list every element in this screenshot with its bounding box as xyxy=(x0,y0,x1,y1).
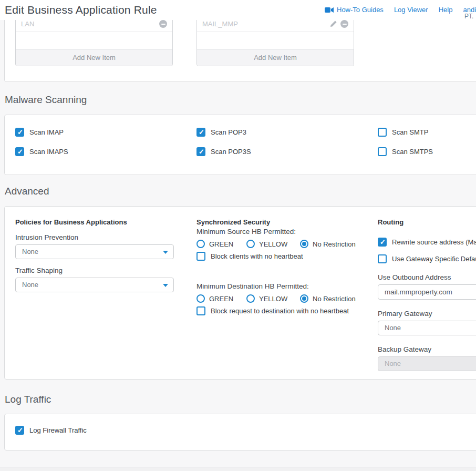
scan-pop3s-checkbox[interactable] xyxy=(196,147,205,156)
min-destination-hb-radio-group: GREEN YELLOW No Restriction xyxy=(196,294,372,303)
scan-imap-checkbox-row[interactable]: Scan IMAP xyxy=(15,128,196,137)
synchronized-security-column: Synchronized Security Minimum Source HB … xyxy=(196,218,372,315)
source-hb-norestriction-radio-row[interactable]: No Restriction xyxy=(300,240,356,248)
log-viewer-label: Log Viewer xyxy=(394,6,428,14)
primary-gateway-label: Primary Gateway xyxy=(378,310,476,318)
block-destination-checkbox-row[interactable]: Block request to destination with no hea… xyxy=(196,306,372,315)
scan-smtps-checkbox[interactable] xyxy=(378,147,387,156)
min-destination-hb-label: Minimum Destination HB Permitted: xyxy=(196,282,372,290)
scan-pop3s-checkbox-row[interactable]: Scan POP3S xyxy=(196,147,378,156)
scan-pop3-checkbox-row[interactable]: Scan POP3 xyxy=(196,128,378,137)
dest-hb-green-radio-row[interactable]: GREEN xyxy=(196,294,246,303)
source-zone-item-label: LAN xyxy=(21,20,159,28)
primary-gateway-value: None xyxy=(378,321,476,335)
block-clients-checkbox-row[interactable]: Block clients with no heartbeat xyxy=(196,252,372,261)
scan-smtp-checkbox-row[interactable]: Scan SMTP xyxy=(378,128,476,137)
scan-imaps-checkbox-row[interactable]: Scan IMAPS xyxy=(15,147,196,156)
edit-pencil-icon[interactable] xyxy=(329,20,337,28)
outbound-address-input[interactable] xyxy=(378,284,476,300)
log-traffic-heading: Log Traffic xyxy=(5,394,51,405)
block-destination-checkbox[interactable] xyxy=(196,306,205,315)
topbar-links: How-To Guides Log Viewer Help andik xyxy=(325,6,476,14)
scan-smtp-checkbox[interactable] xyxy=(378,128,387,137)
help-label: Help xyxy=(439,6,453,14)
malware-scanning-heading: Malware Scanning xyxy=(5,94,87,106)
source-add-new-item-button[interactable]: Add New Item xyxy=(16,49,172,66)
scan-imaps-checkbox[interactable] xyxy=(15,147,24,156)
page-title: Edit Business Application Rule xyxy=(5,4,157,16)
dest-hb-yellow-radio-row[interactable]: YELLOW xyxy=(246,294,300,303)
how-to-guides-link[interactable]: How-To Guides xyxy=(325,6,384,14)
gateway-specific-label: Use Gateway Specific Default NAT Policy xyxy=(392,255,476,263)
user-company-label: PT. xyxy=(464,13,473,20)
rewrite-source-checkbox-row[interactable]: Rewrite source address (Masquerading) xyxy=(378,238,476,247)
log-viewer-link[interactable]: Log Viewer xyxy=(394,6,428,14)
destination-hosts-listbox: MAIL_MMP Add New Item xyxy=(196,16,354,66)
advanced-card: Policies for Business Applications Intru… xyxy=(4,206,476,380)
footer-divider xyxy=(0,467,476,471)
scan-imap-checkbox[interactable] xyxy=(15,128,24,137)
use-outbound-address-label: Use Outbound Address xyxy=(378,273,476,281)
source-list-empty-area xyxy=(16,32,172,49)
edit-business-application-rule-page: { "header": { "title": "Edit Business Ap… xyxy=(0,0,476,471)
block-clients-label: Block clients with no heartbeat xyxy=(211,252,303,260)
backup-gateway-select: None xyxy=(378,356,476,371)
routing-column: Routing Rewrite source address (Masquera… xyxy=(378,218,476,371)
dest-hb-green-radio[interactable] xyxy=(196,294,205,303)
scan-imaps-label: Scan IMAPS xyxy=(29,148,68,156)
backup-gateway-label: Backup Gateway xyxy=(378,345,476,353)
dest-hb-norestriction-label: No Restriction xyxy=(313,295,356,303)
primary-gateway-select[interactable]: None xyxy=(378,321,476,335)
source-hb-green-radio-row[interactable]: GREEN xyxy=(196,240,246,248)
help-link[interactable]: Help xyxy=(439,6,453,14)
routing-heading: Routing xyxy=(378,218,476,226)
gateway-specific-checkbox-row[interactable]: Use Gateway Specific Default NAT Policy xyxy=(378,254,476,263)
log-firewall-traffic-label: Log Firewall Traffic xyxy=(29,426,87,434)
dest-hb-norestriction-radio-row[interactable]: No Restriction xyxy=(300,294,356,303)
destination-add-new-item-button[interactable]: Add New Item xyxy=(197,49,354,66)
source-hb-green-label: GREEN xyxy=(209,240,233,248)
gateway-specific-checkbox[interactable] xyxy=(378,254,387,263)
rewrite-source-label: Rewrite source address (Masquerading) xyxy=(392,238,476,246)
rewrite-source-checkbox[interactable] xyxy=(378,238,387,247)
policies-heading: Policies for Business Applications xyxy=(15,218,174,226)
destination-host-item-label: MAIL_MMP xyxy=(202,20,329,28)
source-hb-norestriction-label: No Restriction xyxy=(313,240,356,248)
remove-item-icon[interactable] xyxy=(340,20,348,28)
scan-pop3-label: Scan POP3 xyxy=(211,128,246,136)
source-hb-yellow-radio-row[interactable]: YELLOW xyxy=(246,240,300,248)
policies-column: Policies for Business Applications Intru… xyxy=(15,218,174,292)
scan-smtps-checkbox-row[interactable]: Scan SMTPS xyxy=(378,147,476,156)
backup-gateway-value: None xyxy=(378,357,476,371)
source-hb-norestriction-radio[interactable] xyxy=(300,240,308,248)
scan-pop3-checkbox[interactable] xyxy=(196,128,205,137)
destination-list-empty-area xyxy=(197,32,354,49)
video-camera-icon xyxy=(325,7,334,13)
source-item-icons xyxy=(159,20,167,28)
min-source-hb-label: Minimum Source HB Permitted: xyxy=(196,228,372,236)
scan-smtp-label: Scan SMTP xyxy=(392,128,428,136)
log-firewall-traffic-checkbox[interactable] xyxy=(15,426,24,435)
dest-hb-yellow-radio[interactable] xyxy=(246,294,255,303)
malware-scanning-card: Scan IMAP Scan POP3 Scan SMTP Scan IMAPS… xyxy=(4,115,476,175)
scan-imap-label: Scan IMAP xyxy=(29,128,64,136)
destination-item-icons xyxy=(329,20,348,28)
traffic-shaping-label: Traffic Shaping xyxy=(15,267,174,274)
advanced-heading: Advanced xyxy=(5,186,49,197)
min-source-hb-radio-group: GREEN YELLOW No Restriction xyxy=(196,240,372,248)
remove-item-icon[interactable] xyxy=(159,20,167,28)
traffic-shaping-select[interactable]: None xyxy=(15,278,174,292)
source-hb-yellow-radio[interactable] xyxy=(246,240,255,248)
dest-hb-norestriction-radio[interactable] xyxy=(300,294,308,303)
sync-spacer xyxy=(196,261,372,282)
intrusion-prevention-select[interactable]: None xyxy=(15,244,174,259)
how-to-guides-label: How-To Guides xyxy=(337,6,384,14)
source-zones-listbox: LAN Add New Item xyxy=(15,16,173,66)
dest-hb-yellow-label: YELLOW xyxy=(259,295,287,303)
dest-hb-green-label: GREEN xyxy=(209,295,233,303)
log-firewall-traffic-checkbox-row[interactable]: Log Firewall Traffic xyxy=(15,426,476,435)
traffic-shaping-value: None xyxy=(16,278,173,292)
block-clients-checkbox[interactable] xyxy=(196,252,205,261)
source-hb-green-radio[interactable] xyxy=(196,240,205,248)
intrusion-prevention-value: None xyxy=(16,245,173,259)
